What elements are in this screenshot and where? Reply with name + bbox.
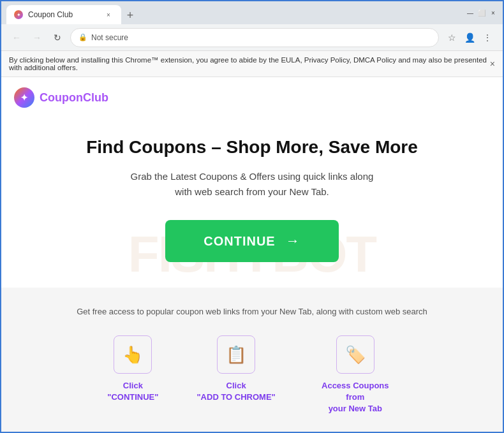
- step-2-label-line2: "ADD TO CHROME": [196, 392, 275, 402]
- close-button[interactable]: ×: [489, 8, 498, 17]
- new-tab-button[interactable]: +: [121, 6, 139, 24]
- logo-part1: Coupon: [40, 91, 83, 104]
- menu-icon[interactable]: ⋮: [480, 30, 495, 45]
- notification-close-btn[interactable]: ×: [490, 59, 495, 69]
- step-3-label: Access Coupons from your New Tab: [314, 380, 397, 415]
- title-bar: ✦ Coupon Club × + — ⬜ ×: [1, 1, 503, 24]
- hero-section: Find Coupons – Shop More, Save More Grab…: [1, 118, 503, 288]
- bookmark-icon[interactable]: ☆: [444, 30, 459, 45]
- step-1: 👆 Click "CONTINUE": [107, 335, 158, 403]
- logo-area: ✦ CouponClub: [1, 77, 503, 118]
- address-bar: ← → ↻ 🔒 Not secure ☆ 👤 ⋮: [1, 24, 503, 51]
- step-3-label-line2: your New Tab: [329, 404, 382, 413]
- url-security-text: Not secure: [91, 33, 128, 42]
- refresh-button[interactable]: ↻: [50, 30, 65, 45]
- address-bar-actions: ☆ 👤 ⋮: [444, 30, 495, 45]
- lock-icon: 🔒: [78, 33, 87, 41]
- step-3-label-line1: Access Coupons from: [322, 381, 389, 402]
- hero-subtitle: Grab the Latest Coupons & Offers using q…: [27, 169, 477, 200]
- forward-button[interactable]: →: [29, 30, 45, 45]
- active-tab[interactable]: ✦ Coupon Club ×: [6, 5, 121, 24]
- browser-window: ✦ Coupon Club × + — ⬜ × ← → ↻ 🔒 Not secu…: [0, 0, 504, 433]
- step-2-label-line1: Click: [226, 381, 246, 390]
- logo-icon: ✦: [14, 87, 34, 108]
- continue-label: CONTINUE: [204, 234, 275, 249]
- minimize-button[interactable]: —: [466, 8, 475, 17]
- hero-title: Find Coupons – Shop More, Save More: [27, 137, 477, 158]
- account-icon[interactable]: 👤: [462, 30, 477, 45]
- logo-text: CouponClub: [40, 91, 108, 105]
- notification-text: By clicking below and installing this Ch…: [9, 56, 490, 71]
- steps-row: 👆 Click "CONTINUE" 📋 Click "ADD TO CHROM…: [27, 335, 477, 415]
- tab-close-btn[interactable]: ×: [103, 10, 114, 20]
- step-3-icon: 🏷️: [336, 335, 374, 374]
- url-bar[interactable]: 🔒 Not secure: [70, 28, 439, 47]
- step-2: 📋 Click "ADD TO CHROME": [196, 335, 275, 403]
- page-content: FISHYBOT ✦ CouponClub Find Coupons – Sho…: [1, 77, 503, 432]
- step-3: 🏷️ Access Coupons from your New Tab: [314, 335, 397, 415]
- bottom-section: Get free access to popular coupon web li…: [1, 288, 503, 432]
- back-button[interactable]: ←: [9, 30, 24, 45]
- tab-favicon: ✦: [14, 10, 23, 19]
- step-2-icon: 📋: [217, 335, 255, 374]
- continue-arrow-icon: →: [286, 233, 300, 249]
- logo-part2: Club: [83, 91, 108, 104]
- step-1-label-line2: "CONTINUE": [107, 392, 158, 402]
- continue-button[interactable]: CONTINUE →: [165, 220, 338, 262]
- step-1-label-line1: Click: [123, 381, 143, 390]
- window-controls: — ⬜ ×: [466, 8, 498, 17]
- step-2-label: Click "ADD TO CHROME": [196, 380, 275, 403]
- tab-title: Coupon Club: [28, 10, 73, 19]
- bottom-description: Get free access to popular coupon web li…: [27, 307, 477, 316]
- step-1-icon: 👆: [114, 335, 152, 374]
- restore-button[interactable]: ⬜: [477, 8, 486, 17]
- tab-area: ✦ Coupon Club × +: [6, 1, 463, 24]
- step-1-label: Click "CONTINUE": [107, 380, 158, 403]
- notification-bar: By clicking below and installing this Ch…: [1, 51, 503, 77]
